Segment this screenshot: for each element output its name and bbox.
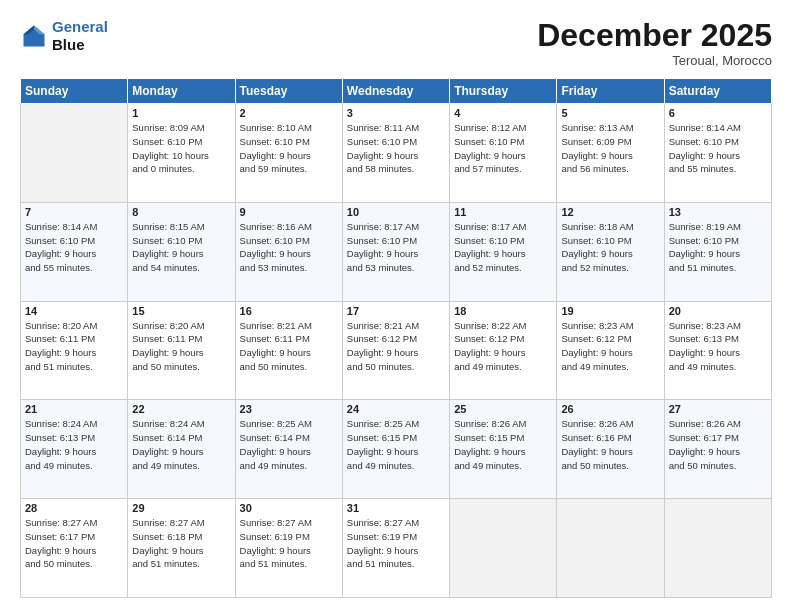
day-info: Sunrise: 8:27 AMSunset: 6:17 PMDaylight:… [25, 516, 123, 571]
day-number: 15 [132, 305, 230, 317]
calendar-cell: 28Sunrise: 8:27 AMSunset: 6:17 PMDayligh… [21, 499, 128, 598]
calendar-cell: 27Sunrise: 8:26 AMSunset: 6:17 PMDayligh… [664, 400, 771, 499]
weekday-header-wednesday: Wednesday [342, 79, 449, 104]
day-info: Sunrise: 8:14 AMSunset: 6:10 PMDaylight:… [669, 121, 767, 176]
calendar-cell: 25Sunrise: 8:26 AMSunset: 6:15 PMDayligh… [450, 400, 557, 499]
calendar-cell [21, 104, 128, 203]
day-number: 28 [25, 502, 123, 514]
day-number: 14 [25, 305, 123, 317]
calendar-cell: 2Sunrise: 8:10 AMSunset: 6:10 PMDaylight… [235, 104, 342, 203]
day-info: Sunrise: 8:09 AMSunset: 6:10 PMDaylight:… [132, 121, 230, 176]
day-number: 8 [132, 206, 230, 218]
day-number: 16 [240, 305, 338, 317]
day-info: Sunrise: 8:27 AMSunset: 6:18 PMDaylight:… [132, 516, 230, 571]
day-number: 12 [561, 206, 659, 218]
day-info: Sunrise: 8:27 AMSunset: 6:19 PMDaylight:… [240, 516, 338, 571]
day-number: 30 [240, 502, 338, 514]
day-number: 17 [347, 305, 445, 317]
day-number: 21 [25, 403, 123, 415]
day-info: Sunrise: 8:25 AMSunset: 6:15 PMDaylight:… [347, 417, 445, 472]
calendar-cell: 13Sunrise: 8:19 AMSunset: 6:10 PMDayligh… [664, 202, 771, 301]
day-info: Sunrise: 8:20 AMSunset: 6:11 PMDaylight:… [25, 319, 123, 374]
day-number: 3 [347, 107, 445, 119]
day-number: 29 [132, 502, 230, 514]
day-number: 13 [669, 206, 767, 218]
day-info: Sunrise: 8:17 AMSunset: 6:10 PMDaylight:… [347, 220, 445, 275]
calendar-cell: 20Sunrise: 8:23 AMSunset: 6:13 PMDayligh… [664, 301, 771, 400]
calendar-cell: 29Sunrise: 8:27 AMSunset: 6:18 PMDayligh… [128, 499, 235, 598]
calendar-cell: 6Sunrise: 8:14 AMSunset: 6:10 PMDaylight… [664, 104, 771, 203]
day-info: Sunrise: 8:24 AMSunset: 6:13 PMDaylight:… [25, 417, 123, 472]
calendar-cell: 22Sunrise: 8:24 AMSunset: 6:14 PMDayligh… [128, 400, 235, 499]
day-info: Sunrise: 8:21 AMSunset: 6:11 PMDaylight:… [240, 319, 338, 374]
day-number: 20 [669, 305, 767, 317]
day-number: 6 [669, 107, 767, 119]
day-info: Sunrise: 8:13 AMSunset: 6:09 PMDaylight:… [561, 121, 659, 176]
day-info: Sunrise: 8:10 AMSunset: 6:10 PMDaylight:… [240, 121, 338, 176]
day-number: 5 [561, 107, 659, 119]
day-number: 9 [240, 206, 338, 218]
day-info: Sunrise: 8:27 AMSunset: 6:19 PMDaylight:… [347, 516, 445, 571]
day-info: Sunrise: 8:25 AMSunset: 6:14 PMDaylight:… [240, 417, 338, 472]
day-number: 27 [669, 403, 767, 415]
calendar-cell: 19Sunrise: 8:23 AMSunset: 6:12 PMDayligh… [557, 301, 664, 400]
location: Teroual, Morocco [537, 53, 772, 68]
day-number: 10 [347, 206, 445, 218]
month-title: December 2025 [537, 18, 772, 53]
calendar-cell: 8Sunrise: 8:15 AMSunset: 6:10 PMDaylight… [128, 202, 235, 301]
calendar-table: SundayMondayTuesdayWednesdayThursdayFrid… [20, 78, 772, 598]
day-info: Sunrise: 8:26 AMSunset: 6:17 PMDaylight:… [669, 417, 767, 472]
page: General Blue December 2025 Teroual, Moro… [0, 0, 792, 612]
day-info: Sunrise: 8:19 AMSunset: 6:10 PMDaylight:… [669, 220, 767, 275]
day-info: Sunrise: 8:24 AMSunset: 6:14 PMDaylight:… [132, 417, 230, 472]
header: General Blue December 2025 Teroual, Moro… [20, 18, 772, 68]
calendar-cell: 14Sunrise: 8:20 AMSunset: 6:11 PMDayligh… [21, 301, 128, 400]
calendar-cell: 1Sunrise: 8:09 AMSunset: 6:10 PMDaylight… [128, 104, 235, 203]
day-number: 2 [240, 107, 338, 119]
calendar-cell: 31Sunrise: 8:27 AMSunset: 6:19 PMDayligh… [342, 499, 449, 598]
weekday-header-monday: Monday [128, 79, 235, 104]
day-number: 22 [132, 403, 230, 415]
weekday-header-tuesday: Tuesday [235, 79, 342, 104]
day-info: Sunrise: 8:17 AMSunset: 6:10 PMDaylight:… [454, 220, 552, 275]
day-number: 4 [454, 107, 552, 119]
day-info: Sunrise: 8:11 AMSunset: 6:10 PMDaylight:… [347, 121, 445, 176]
day-number: 25 [454, 403, 552, 415]
day-number: 1 [132, 107, 230, 119]
logo-icon [20, 22, 48, 50]
weekday-header-sunday: Sunday [21, 79, 128, 104]
logo-text: General Blue [52, 18, 108, 54]
day-number: 31 [347, 502, 445, 514]
title-block: December 2025 Teroual, Morocco [537, 18, 772, 68]
calendar-cell: 18Sunrise: 8:22 AMSunset: 6:12 PMDayligh… [450, 301, 557, 400]
day-number: 23 [240, 403, 338, 415]
calendar-cell: 9Sunrise: 8:16 AMSunset: 6:10 PMDaylight… [235, 202, 342, 301]
weekday-header-friday: Friday [557, 79, 664, 104]
day-info: Sunrise: 8:23 AMSunset: 6:12 PMDaylight:… [561, 319, 659, 374]
calendar-cell: 10Sunrise: 8:17 AMSunset: 6:10 PMDayligh… [342, 202, 449, 301]
day-info: Sunrise: 8:14 AMSunset: 6:10 PMDaylight:… [25, 220, 123, 275]
day-number: 19 [561, 305, 659, 317]
day-info: Sunrise: 8:22 AMSunset: 6:12 PMDaylight:… [454, 319, 552, 374]
day-number: 11 [454, 206, 552, 218]
calendar-cell: 26Sunrise: 8:26 AMSunset: 6:16 PMDayligh… [557, 400, 664, 499]
day-info: Sunrise: 8:16 AMSunset: 6:10 PMDaylight:… [240, 220, 338, 275]
weekday-header-saturday: Saturday [664, 79, 771, 104]
weekday-header-thursday: Thursday [450, 79, 557, 104]
logo: General Blue [20, 18, 108, 54]
calendar-cell: 12Sunrise: 8:18 AMSunset: 6:10 PMDayligh… [557, 202, 664, 301]
day-info: Sunrise: 8:20 AMSunset: 6:11 PMDaylight:… [132, 319, 230, 374]
day-number: 7 [25, 206, 123, 218]
day-info: Sunrise: 8:12 AMSunset: 6:10 PMDaylight:… [454, 121, 552, 176]
calendar-cell: 5Sunrise: 8:13 AMSunset: 6:09 PMDaylight… [557, 104, 664, 203]
day-number: 26 [561, 403, 659, 415]
day-number: 18 [454, 305, 552, 317]
calendar-cell: 21Sunrise: 8:24 AMSunset: 6:13 PMDayligh… [21, 400, 128, 499]
calendar-cell: 7Sunrise: 8:14 AMSunset: 6:10 PMDaylight… [21, 202, 128, 301]
calendar-cell: 24Sunrise: 8:25 AMSunset: 6:15 PMDayligh… [342, 400, 449, 499]
calendar-cell: 23Sunrise: 8:25 AMSunset: 6:14 PMDayligh… [235, 400, 342, 499]
day-number: 24 [347, 403, 445, 415]
calendar-cell [450, 499, 557, 598]
calendar-cell: 15Sunrise: 8:20 AMSunset: 6:11 PMDayligh… [128, 301, 235, 400]
calendar-cell [664, 499, 771, 598]
